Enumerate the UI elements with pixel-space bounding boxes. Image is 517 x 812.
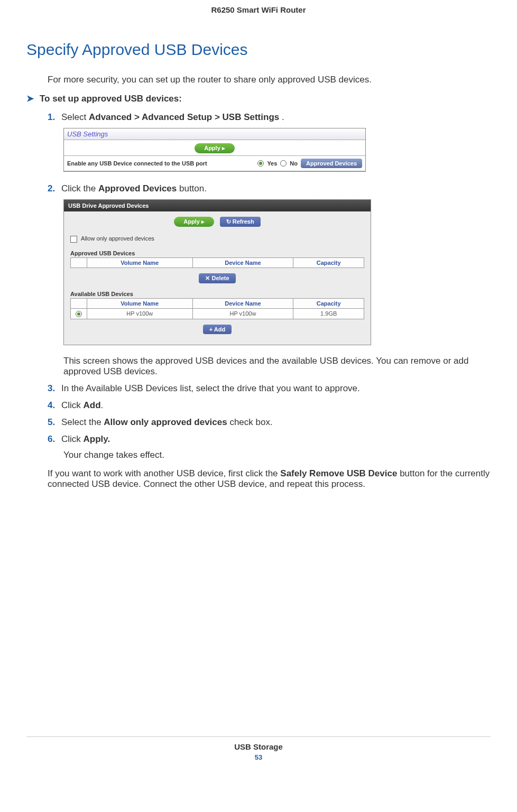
row-radio[interactable] xyxy=(76,311,82,317)
step-6: 6.Click Apply. Your change takes effect. xyxy=(48,434,491,460)
apply-button[interactable]: Apply ▸ xyxy=(174,217,214,227)
step-number: 4. xyxy=(48,400,61,411)
step-text-pre: Select xyxy=(61,112,89,122)
step-number: 5. xyxy=(48,417,61,428)
step-number: 3. xyxy=(48,383,61,394)
col-capacity: Capacity xyxy=(293,298,364,308)
task-heading: ➤To set up approved USB devices: xyxy=(26,93,491,104)
table-row[interactable]: HP v100w HP v100w 1.9GB xyxy=(71,308,364,319)
step-text-bold: Add xyxy=(84,400,101,410)
step-text-pre: Click xyxy=(61,434,84,444)
col-volume: Volume Name xyxy=(87,257,193,267)
allow-only-approved-label: Allow only approved devices xyxy=(81,235,154,242)
radio-yes[interactable] xyxy=(257,160,264,167)
refresh-button[interactable]: ↻ Refresh xyxy=(220,217,261,227)
add-button[interactable]: + Add xyxy=(203,325,232,334)
radio-no-label: No xyxy=(290,160,298,167)
apply-button[interactable]: Apply ▸ xyxy=(195,143,235,153)
approved-devices-button[interactable]: Approved Devices xyxy=(301,159,362,168)
step-text-bold: Approved Devices xyxy=(98,183,177,193)
step-text-post: button. xyxy=(177,183,207,193)
cell-device: HP v100w xyxy=(192,308,293,319)
step-1: 1.Select Advanced > Advanced Setup > USB… xyxy=(48,112,491,177)
page-footer: USB Storage 53 xyxy=(0,736,517,761)
step-text-bold: Apply. xyxy=(84,434,110,444)
screenshot-approved-devices: USB Drive Approved Devices Apply ▸ ↻ Ref… xyxy=(63,199,371,345)
task-heading-text: To set up approved USB devices: xyxy=(40,94,182,104)
ss1-title: USB Settings xyxy=(64,128,365,140)
approved-usb-heading: Approved USB Devices xyxy=(70,250,364,256)
radio-no[interactable] xyxy=(280,160,287,167)
footer-page-number: 53 xyxy=(0,753,517,761)
trailing-paragraph: If you want to work with another USB dev… xyxy=(48,468,491,490)
approved-usb-table: Volume Name Device Name Capacity xyxy=(70,257,364,268)
step-text-post: . xyxy=(101,400,104,410)
col-capacity: Capacity xyxy=(293,257,364,267)
screenshot-usb-settings: USB Settings Apply ▸ Enable any USB Devi… xyxy=(63,128,366,172)
step-text-pre: Click the xyxy=(61,183,98,193)
footer-section: USB Storage xyxy=(0,742,517,751)
step-2-body: This screen shows the approved USB devic… xyxy=(63,356,491,377)
step-number: 6. xyxy=(48,434,61,445)
step-6-body: Your change takes effect. xyxy=(63,450,491,460)
allow-only-approved-checkbox[interactable] xyxy=(70,236,77,243)
step-4: 4.Click Add. xyxy=(48,400,491,411)
available-usb-table: Volume Name Device Name Capacity HP v100… xyxy=(70,298,364,319)
ss2-title: USB Drive Approved Devices xyxy=(64,200,371,211)
col-volume: Volume Name xyxy=(87,298,193,308)
intro-paragraph: For more security, you can set up the ro… xyxy=(48,75,491,85)
step-text-pre: Select the xyxy=(61,417,104,427)
cell-volume: HP v100w xyxy=(87,308,193,319)
step-text: In the Available USB Devices list, selec… xyxy=(61,383,360,393)
trailing-pre: If you want to work with another USB dev… xyxy=(48,468,280,478)
cell-capacity: 1.9GB xyxy=(293,308,364,319)
col-device: Device Name xyxy=(192,298,293,308)
step-text-pre: Click xyxy=(61,400,84,410)
step-text-bold: Allow only approved devices xyxy=(104,417,227,427)
step-text-bold: Advanced > Advanced Setup > USB Settings xyxy=(89,112,279,122)
ss1-row-label: Enable any USB Device connected to the U… xyxy=(67,160,254,167)
page-header: R6250 Smart WiFi Router xyxy=(26,5,491,14)
radio-yes-label: Yes xyxy=(267,160,277,167)
section-title: Specify Approved USB Devices xyxy=(26,41,491,59)
available-usb-heading: Available USB Devices xyxy=(70,291,364,297)
step-3: 3.In the Available USB Devices list, sel… xyxy=(48,383,491,394)
col-device: Device Name xyxy=(192,257,293,267)
step-text-post: . xyxy=(279,112,284,122)
trailing-bold: Safely Remove USB Device xyxy=(280,468,397,478)
step-number: 1. xyxy=(48,112,61,123)
task-arrow-icon: ➤ xyxy=(26,93,40,104)
step-text-post: check box. xyxy=(227,417,273,427)
step-2: 2.Click the Approved Devices button. USB… xyxy=(48,183,491,377)
step-5: 5.Select the Allow only approved devices… xyxy=(48,417,491,428)
delete-button[interactable]: ✕ Delete xyxy=(199,273,235,283)
step-number: 2. xyxy=(48,183,61,194)
